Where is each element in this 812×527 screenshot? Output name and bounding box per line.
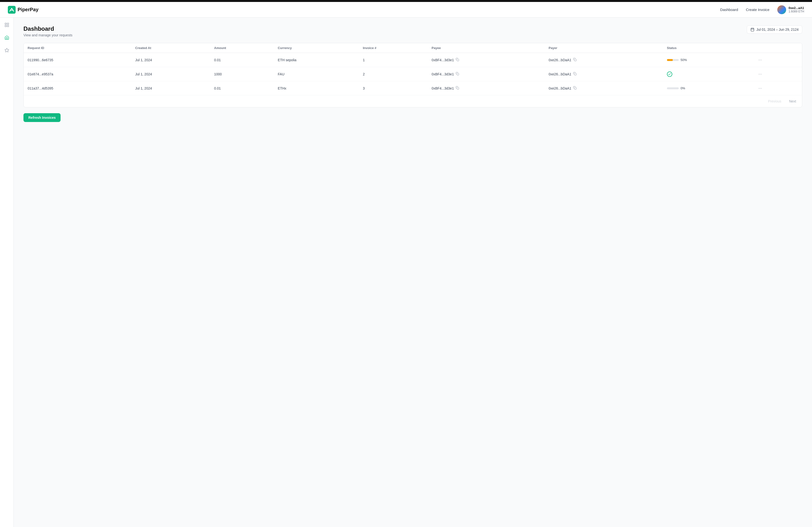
cell-more: ···	[752, 67, 802, 81]
copy-payer-button[interactable]	[572, 72, 578, 77]
cell-amount: 1000	[210, 67, 274, 81]
user-balance: 1.6089 ETH	[788, 10, 804, 13]
page-title: Dashboard	[24, 25, 73, 32]
top-bar	[0, 0, 812, 2]
logo[interactable]: PiperPay	[8, 6, 39, 14]
svg-rect-3	[5, 25, 6, 27]
row-more-button[interactable]: ···	[756, 85, 764, 92]
copy-payee-button[interactable]	[455, 86, 460, 91]
table-row: 01e874...e9537a Jul 1, 2024 1000 FAU 2 0…	[24, 67, 802, 81]
page-subtitle: View and manage your requests	[24, 33, 73, 37]
cell-status: 0%	[663, 81, 753, 95]
layout: Dashboard View and manage your requests …	[0, 18, 812, 527]
table-row: 011a37...4d5395 Jul 1, 2024 0.01 ETHx 3 …	[24, 81, 802, 95]
payee-address: 0xBF4...3d3e1	[432, 86, 454, 90]
svg-rect-2	[7, 23, 9, 25]
col-payer: Payer	[545, 43, 663, 53]
page-header: Dashboard View and manage your requests …	[24, 25, 802, 37]
cell-created-at: Jul 1, 2024	[131, 53, 210, 67]
svg-rect-4	[7, 25, 9, 27]
cell-currency: ETH sepolia	[274, 53, 359, 67]
sidebar-item-star[interactable]	[3, 47, 10, 54]
cell-payer: 0xe26...bDaA1	[545, 81, 663, 95]
sidebar	[0, 18, 14, 527]
page-header-left: Dashboard View and manage your requests	[24, 25, 73, 37]
avatar	[777, 5, 786, 14]
cell-request-id: 011990...6e6735	[24, 53, 131, 67]
refresh-invoices-button[interactable]: Refresh Invoices	[24, 113, 61, 122]
copy-payee-button[interactable]	[455, 57, 460, 62]
date-range-text: Jul 01, 2024 – Jun 29, 2124	[756, 28, 799, 31]
status-percent: 0%	[681, 86, 685, 90]
cell-status	[663, 67, 753, 81]
header-nav: Dashboard Create Invoice 0xe2...aA1 1.60…	[720, 5, 804, 14]
user-address: 0xe2...aA1	[788, 6, 804, 10]
col-invoice-num: Invoice #	[359, 43, 428, 53]
col-request-id: Request ID	[24, 43, 131, 53]
svg-rect-5	[751, 28, 754, 31]
next-button[interactable]: Next	[787, 98, 798, 104]
payer-address: 0xe26...bDaA1	[549, 86, 571, 90]
cell-request-id: 011a37...4d5395	[24, 81, 131, 95]
copy-payer-button[interactable]	[572, 57, 578, 62]
payee-address: 0xBF4...3d3e1	[432, 58, 454, 62]
logo-text: PiperPay	[18, 7, 39, 13]
cell-status: 50%	[663, 53, 753, 67]
cell-created-at: Jul 1, 2024	[131, 67, 210, 81]
cell-payee: 0xBF4...3d3e1	[427, 81, 545, 95]
svg-rect-1	[5, 23, 6, 25]
col-status: Status	[663, 43, 753, 53]
cell-amount: 0.01	[210, 81, 274, 95]
col-actions	[752, 43, 802, 53]
cell-currency: ETHx	[274, 81, 359, 95]
table-header: Request ID Created At Amount Currency In…	[24, 43, 802, 53]
payer-address: 0xe26...bDaA1	[549, 72, 571, 76]
create-invoice-button[interactable]: Create Invoice	[746, 7, 769, 12]
nav-dashboard[interactable]: Dashboard	[720, 7, 738, 12]
table-row: 011990...6e6735 Jul 1, 2024 0.01 ETH sep…	[24, 53, 802, 67]
status-percent: 50%	[681, 58, 687, 62]
svg-rect-0	[8, 6, 16, 14]
cell-request-id: 01e874...e9537a	[24, 67, 131, 81]
user-info[interactable]: 0xe2...aA1 1.6089 ETH	[777, 5, 804, 14]
invoices-table: Request ID Created At Amount Currency In…	[24, 43, 802, 95]
svg-rect-10	[457, 87, 459, 89]
cell-amount: 0.01	[210, 53, 274, 67]
cell-payer: 0xe26...bDaA1	[545, 53, 663, 67]
cell-more: ···	[752, 53, 802, 67]
cell-invoice-num: 3	[359, 81, 428, 95]
svg-rect-8	[457, 73, 459, 75]
status-zero: 0%	[667, 86, 749, 90]
progress-bar	[667, 87, 679, 89]
cell-payee: 0xBF4...3d3e1	[427, 67, 545, 81]
col-amount: Amount	[210, 43, 274, 53]
cell-currency: FAU	[274, 67, 359, 81]
user-details: 0xe2...aA1 1.6089 ETH	[788, 6, 804, 13]
svg-rect-11	[575, 87, 576, 89]
previous-button[interactable]: Previous	[766, 98, 783, 104]
calendar-icon	[751, 28, 754, 31]
header: PiperPay Dashboard Create Invoice 0xe2..…	[0, 2, 812, 18]
cell-payer: 0xe26...bDaA1	[545, 67, 663, 81]
sidebar-item-home[interactable]	[3, 34, 10, 41]
cell-payee: 0xBF4...3d3e1	[427, 53, 545, 67]
svg-rect-9	[575, 73, 576, 75]
status-complete-icon	[667, 72, 672, 77]
payee-address: 0xBF4...3d3e1	[432, 72, 454, 76]
sidebar-item-layout[interactable]	[3, 21, 10, 28]
cell-invoice-num: 2	[359, 67, 428, 81]
row-more-button[interactable]: ···	[756, 56, 764, 63]
main-content: Dashboard View and manage your requests …	[14, 18, 812, 527]
svg-rect-7	[575, 59, 576, 61]
date-range-picker[interactable]: Jul 01, 2024 – Jun 29, 2124	[747, 25, 802, 34]
col-payee: Payee	[427, 43, 545, 53]
table-body: 011990...6e6735 Jul 1, 2024 0.01 ETH sep…	[24, 53, 802, 95]
cell-created-at: Jul 1, 2024	[131, 81, 210, 95]
copy-payee-button[interactable]	[455, 72, 460, 77]
piperpay-logo-icon	[8, 6, 16, 14]
cell-more: ···	[752, 81, 802, 95]
row-more-button[interactable]: ···	[756, 71, 764, 78]
cell-invoice-num: 1	[359, 53, 428, 67]
copy-payer-button[interactable]	[572, 86, 578, 91]
progress-bar	[667, 59, 679, 61]
